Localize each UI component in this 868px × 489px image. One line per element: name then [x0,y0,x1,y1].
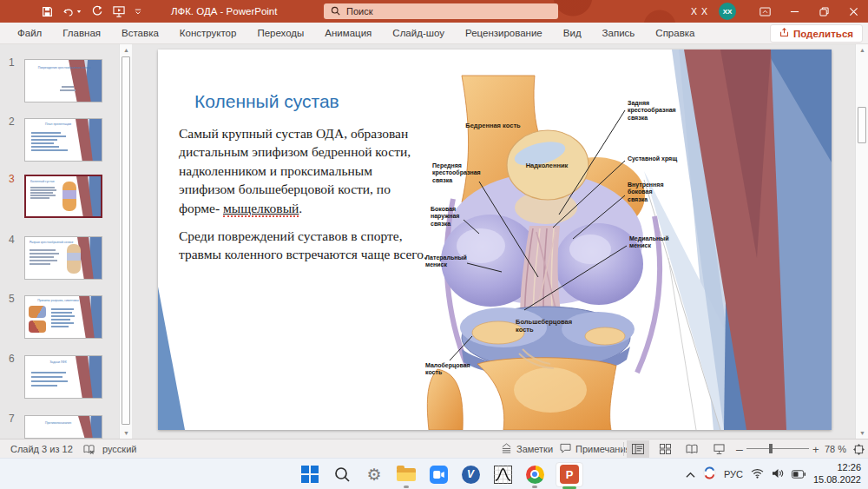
spellcheck-icon[interactable] [83,439,95,459]
ribbon-options-icon[interactable] [750,0,779,23]
restore-icon[interactable] [809,0,838,23]
tab-help[interactable]: Справка [645,23,705,44]
thumb-number-1: 1 [9,56,15,69]
ribbon-tab-row: Файл Главная Вставка Конструктор Переход… [0,23,868,44]
minimize-icon[interactable] [779,0,809,23]
volume-icon[interactable] [772,466,784,482]
v-app-icon[interactable]: V [459,463,482,486]
fit-window-icon[interactable] [853,439,865,459]
slide-thumbnail-5[interactable]: Причины разрыва, симптомы [24,295,102,339]
notes-button[interactable]: Заметки [501,439,553,459]
view-normal-icon[interactable] [627,440,649,458]
slide-thumbnail-panel: 1 Повреждение крестообразных связок 2 Пл… [0,44,118,439]
tray-language-indicator[interactable]: РУС [724,469,743,479]
ribbon-tabs: Файл Главная Вставка Конструктор Переход… [0,23,705,44]
tab-insert[interactable]: Вставка [111,23,169,44]
windows-taskbar: ⚙ V P РУС 12:26 15.08.2022 [0,458,868,489]
tab-view[interactable]: Вид [553,23,592,44]
tray-chevron-icon[interactable] [686,466,695,482]
scroll-up-icon[interactable]: ▲ [856,44,868,56]
zoom-level[interactable]: 78 % [825,439,846,459]
comments-button[interactable]: Примечания [560,439,631,459]
title-bar: ЛФК. ОДА - PowerPoint Х Х ХХ [0,0,868,23]
view-slideshow-icon[interactable] [707,440,730,458]
zoom-out-icon[interactable]: – [736,439,743,459]
view-grid-icon[interactable] [654,440,676,458]
zoom-in-icon[interactable]: + [812,439,819,459]
undo-icon[interactable] [62,6,82,17]
settings-icon[interactable]: ⚙ [363,463,385,486]
tab-transitions[interactable]: Переходы [247,23,314,44]
label-medial-collateral: Внутренняя боковая связка [628,182,663,203]
search-bar[interactable] [324,3,558,19]
tray-app-icon[interactable] [703,466,716,483]
label-posterior-cruciate: Задняя крестообразная связка [628,100,676,122]
comments-icon [560,443,571,455]
scrollbar-thumb[interactable] [858,107,866,143]
thumb-knee-image [62,182,76,211]
slide-thumbnail-3-selected[interactable]: Коленный сустав [24,175,102,218]
wifi-icon[interactable] [751,466,764,482]
slide-thumbnail-6[interactable]: Задачи ЛФК [24,355,102,399]
powerpoint-window: ЛФК. ОДА - PowerPoint Х Х ХХ Файл Главна… [0,0,868,489]
language-status[interactable]: русский [102,439,136,459]
search-input[interactable] [346,6,520,17]
slide-thumbnail-2[interactable]: План презентации [24,118,102,162]
slideshow-icon[interactable] [113,6,125,17]
label-tibia: Большеберцовая кость [516,319,572,334]
misspelled-word: мыщелковый [223,201,299,217]
tab-slideshow[interactable]: Слайд-шоу [382,23,455,44]
slide-canvas[interactable]: Коленный сустав Самый крупный сустав ОДА… [158,50,832,430]
slide-thumbnail-4[interactable]: Разрыв крестообразной связки [24,236,102,280]
window-title: ЛФК. ОДА - PowerPoint [171,0,277,23]
thumbnail-scrollbar[interactable]: ▲ ▼ [119,44,132,439]
close-icon[interactable] [838,0,868,23]
battery-icon[interactable] [792,466,806,482]
slide-scrollbar[interactable]: ▲ ▼ [855,44,868,439]
label-femur: Бедренная кость [444,122,542,130]
clock-date: 15.08.2022 [813,474,861,486]
avatar[interactable]: ХХ [719,3,736,20]
tab-animations[interactable]: Анимация [314,23,382,44]
taskbar-clock[interactable]: 12:26 15.08.2022 [813,462,861,486]
start-icon[interactable] [299,463,321,486]
share-icon [779,28,789,39]
taskbar-icons: ⚙ V P [299,459,583,489]
slide-body-text[interactable]: Самый крупный сустав ОДА, образован дист… [179,124,448,264]
slide-counter: Слайд 3 из 12 [10,439,73,459]
thumb-title: Повреждение крестообразных связок [32,66,95,69]
scroll-up-icon[interactable]: ▲ [120,44,133,56]
slide-thumbnail-7[interactable]: Противопоказания [24,415,102,439]
zoom-slider-thumb[interactable] [769,444,773,453]
thumb-number-2: 2 [9,116,15,128]
tab-record[interactable]: Запись [592,23,646,44]
zoom-slider[interactable] [746,448,809,449]
tab-file[interactable]: Файл [7,23,52,44]
tab-design[interactable]: Конструктор [169,23,247,44]
zoom-app-icon[interactable] [427,463,450,486]
clock-time: 12:26 [813,462,861,474]
search-icon [331,3,340,19]
notes-label: Заметки [516,444,553,454]
qat-menu-icon[interactable] [135,9,141,15]
share-button[interactable]: Поделиться [770,24,863,43]
scrollbar-thumb[interactable] [122,56,130,425]
powerpoint-icon[interactable]: P [556,462,583,487]
slide-title[interactable]: Коленный сустав [194,91,339,112]
thumb-deco [76,416,102,439]
redo-icon[interactable] [91,5,103,17]
slide-thumbnail-1[interactable]: Повреждение крестообразных связок [24,59,102,102]
scroll-down-icon[interactable]: ▼ [120,427,133,439]
account-name[interactable]: Х Х [691,6,708,17]
chrome-icon[interactable] [523,463,546,486]
scroll-down-icon[interactable]: ▼ [856,427,868,439]
tab-review[interactable]: Рецензирование [455,23,553,44]
graph-app-icon[interactable] [491,463,514,486]
taskbar-search-icon[interactable] [331,463,353,486]
view-reading-icon[interactable] [681,440,703,458]
save-icon[interactable] [42,6,53,17]
thumb-number-6: 6 [9,353,15,365]
label-lateral-collateral: Боковая наружная связка [431,206,459,228]
explorer-icon[interactable] [395,463,418,486]
tab-home[interactable]: Главная [52,23,111,44]
